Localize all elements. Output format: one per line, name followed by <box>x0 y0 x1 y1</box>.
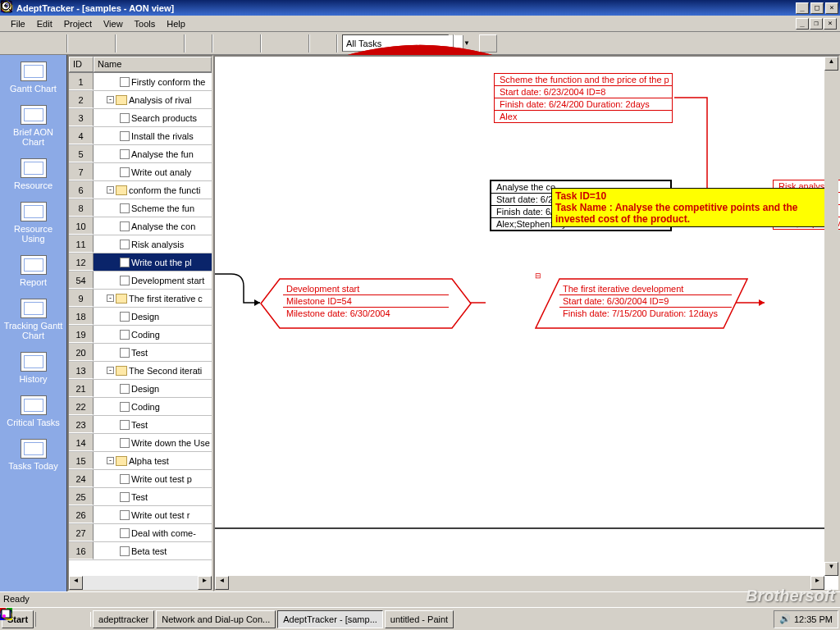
table-row[interactable]: 24Write out test p <box>69 470 212 488</box>
scroll-right-button[interactable]: ► <box>810 576 824 590</box>
task-rows[interactable]: 1Firstly conform the2-Analysis of rival3… <box>69 73 212 576</box>
cell-name: Test <box>94 348 212 358</box>
svg-marker-22 <box>254 299 260 306</box>
scroll-up-button[interactable]: ▲ <box>824 57 838 71</box>
doc-icon <box>120 384 130 394</box>
table-row[interactable]: 20Test <box>69 344 212 362</box>
doc-icon <box>120 312 130 322</box>
table-row[interactable]: 5Analyse the fun <box>69 145 212 163</box>
doc-icon <box>120 474 130 484</box>
table-row[interactable]: 6-conform the functi <box>69 181 212 199</box>
cell-name: Risk analysis <box>94 240 212 249</box>
table-row[interactable]: 9-The first iterative c <box>69 290 212 308</box>
sidebar-item-gantt[interactable]: Gantt Chart <box>0 55 66 98</box>
sidebar-item-aon[interactable]: Brief AON Chart <box>0 98 66 152</box>
task-name-text: Design <box>131 312 159 322</box>
svg-marker-21 <box>759 299 765 306</box>
table-row[interactable]: 3Search products <box>69 109 212 127</box>
sidebar-item-tracking[interactable]: Tracking Gantt Chart <box>0 292 66 345</box>
cell-name: Coding <box>94 402 212 412</box>
doc-icon <box>120 276 130 285</box>
task-name-text: Write out analy <box>131 167 191 177</box>
doc-icon <box>120 348 130 358</box>
table-row[interactable]: 16Beta test <box>69 542 212 560</box>
table-row[interactable]: 21Design <box>69 380 212 398</box>
table-row[interactable]: 22Coding <box>69 398 212 416</box>
doc-icon <box>120 77 130 87</box>
node-finish: Finish date: 7/15/200 Duration: 12days <box>559 308 732 319</box>
scroll-down-button[interactable]: ▼ <box>824 562 838 576</box>
table-row[interactable]: 12Write out the pl <box>69 253 212 272</box>
table-row[interactable]: 1Firstly conform the <box>69 73 212 91</box>
table-row[interactable]: 11Risk analysis <box>69 235 212 253</box>
milestone-node-54[interactable]: Development start Milestone ID=54 Milest… <box>260 278 472 329</box>
doc-icon <box>120 402 130 412</box>
table-row[interactable]: 2-Analysis of rival <box>69 91 212 109</box>
collapse-handle[interactable]: ⊟ <box>535 272 541 280</box>
cell-id: 21 <box>69 380 94 397</box>
task-name-text: Design <box>131 384 159 394</box>
sidebar-item-resource-using[interactable]: Resource Using <box>0 195 66 249</box>
cell-name: Write down the Use <box>94 438 212 448</box>
aon-canvas[interactable]: Scheme the function and the price of the… <box>213 55 840 591</box>
cell-name: Deal with come- <box>94 528 212 538</box>
task-name-text: Alpha test <box>129 456 169 466</box>
table-row[interactable]: 10Analyse the con <box>69 217 212 235</box>
canvas-vscroll[interactable]: ▲ ▼ <box>824 57 838 576</box>
gantt-icon <box>21 62 47 81</box>
zoom-out-button[interactable] <box>479 34 497 52</box>
aon-icon <box>21 105 47 125</box>
table-row[interactable]: 54Development start <box>69 272 212 290</box>
cell-name: Write out the pl <box>94 258 212 267</box>
sidebar-item-today[interactable]: Tasks Today <box>0 432 66 476</box>
table-row[interactable]: 14Write down the Use <box>69 434 212 452</box>
cell-name: Write out test p <box>94 474 212 484</box>
cell-id: 27 <box>69 524 94 541</box>
cell-id: 13 <box>69 362 94 379</box>
sidebar-item-report[interactable]: Report <box>0 249 66 292</box>
expand-icon[interactable]: - <box>107 367 114 374</box>
cell-id: 12 <box>69 253 94 271</box>
task-name-text: The first iterative c <box>129 294 203 304</box>
cell-id: 11 <box>69 235 94 253</box>
sidebar-item-resource[interactable]: Resource <box>0 152 66 195</box>
expand-icon[interactable]: - <box>107 457 114 464</box>
doc-icon <box>120 167 130 177</box>
cell-id: 4 <box>69 127 94 144</box>
table-row[interactable]: 23Test <box>69 416 212 434</box>
today-icon <box>21 439 47 459</box>
table-row[interactable]: 18Design <box>69 308 212 326</box>
cell-id: 22 <box>69 398 94 415</box>
scroll-track[interactable] <box>83 576 198 590</box>
task-name-text: Scheme the fun <box>131 203 194 213</box>
cell-id: 9 <box>69 290 94 307</box>
expand-icon[interactable]: - <box>107 96 114 103</box>
table-row[interactable]: 8Scheme the fun <box>69 199 212 217</box>
expand-icon[interactable]: - <box>107 294 114 302</box>
canvas-hscroll[interactable]: ◄ ► <box>215 576 824 590</box>
scroll-right-button[interactable]: ► <box>198 576 212 590</box>
scroll-left-button[interactable]: ◄ <box>215 576 229 590</box>
summary-node-9[interactable]: The first iterative development Start da… <box>535 278 748 329</box>
table-row[interactable]: 15-Alpha test <box>69 452 212 470</box>
task-hscroll[interactable]: ◄ ► <box>69 576 212 590</box>
sidebar-item-history[interactable]: History <box>0 345 66 389</box>
table-row[interactable]: 19Coding <box>69 326 212 344</box>
table-row[interactable]: 26Write out test r <box>69 506 212 524</box>
cell-name: Design <box>94 384 212 394</box>
taskbar-item-4[interactable]: untitled - Paint <box>385 610 454 628</box>
task-node-8[interactable]: Scheme the function and the price of the… <box>494 73 673 123</box>
table-row[interactable]: 4Install the rivals <box>69 127 212 145</box>
col-name[interactable]: Name <box>94 57 212 72</box>
scroll-left-button[interactable]: ◄ <box>69 576 83 590</box>
task-name-text: Beta test <box>131 546 167 556</box>
cell-name: -The Second iterati <box>94 366 212 376</box>
table-row[interactable]: 13-The Second iterati <box>69 362 212 380</box>
table-row[interactable]: 27Deal with come- <box>69 524 212 542</box>
table-row[interactable]: 25Test <box>69 488 212 506</box>
col-id[interactable]: ID <box>69 57 94 72</box>
expand-icon[interactable]: - <box>107 186 114 194</box>
table-row[interactable]: 7Write out analy <box>69 163 212 181</box>
sidebar-item-critical[interactable]: Critical Tasks <box>0 389 66 432</box>
doc-icon <box>120 492 130 502</box>
